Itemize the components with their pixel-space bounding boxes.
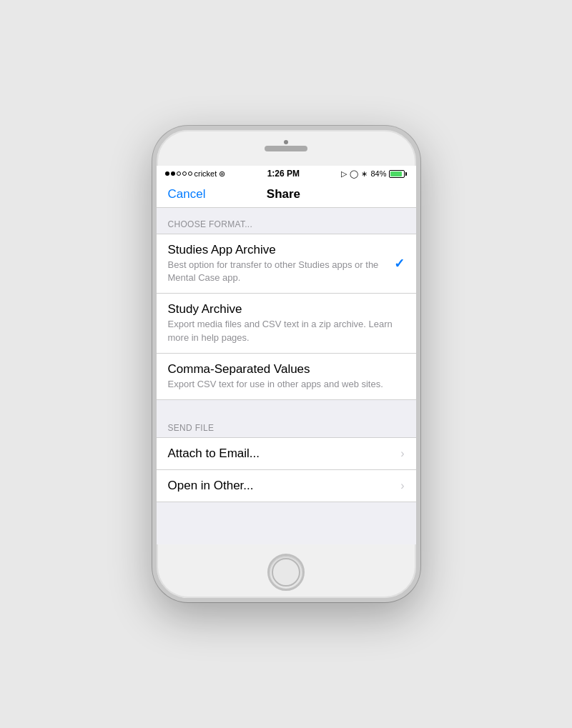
chevron-icon: ›	[400, 447, 404, 460]
battery-percent: 84%	[370, 169, 386, 178]
section-gap-1	[157, 400, 416, 412]
checkmark-icon: ✓	[394, 256, 405, 271]
list-item-study-archive[interactable]: Study Archive Export media files and CSV…	[157, 294, 416, 353]
volume-up-button	[152, 241, 153, 264]
signal-dot-2	[171, 171, 175, 176]
power-button	[420, 241, 420, 284]
list-item-content-study-archive: Study Archive Export media files and CSV…	[168, 302, 405, 344]
list-item-title-attach-email: Attach to Email...	[168, 447, 395, 461]
list-item-title-open-other: Open in Other...	[168, 479, 395, 493]
section-gap-2	[157, 502, 416, 514]
bluetooth-icon: ◯	[350, 169, 358, 179]
send-file-list: Attach to Email... › Open in Other... ›	[157, 437, 416, 502]
list-item-studies-archive[interactable]: Studies App Archive Best option for tran…	[157, 234, 416, 294]
phone-speaker	[265, 146, 307, 151]
phone-frame: cricket ⊛ 1:26 PM ▷ ◯ ∗ 84% Cancel Share	[152, 126, 420, 602]
status-right: ▷ ◯ ∗ 84%	[341, 169, 407, 179]
list-item-open-other[interactable]: Open in Other... ›	[157, 470, 416, 502]
battery-fill	[390, 171, 402, 176]
battery-icon	[389, 170, 407, 178]
signal-dot-1	[165, 171, 169, 176]
list-item-content-studies-archive: Studies App Archive Best option for tran…	[168, 243, 388, 284]
chevron-icon-2: ›	[400, 479, 404, 492]
battery-body	[389, 170, 405, 178]
status-time: 1:26 PM	[267, 169, 300, 179]
mute-button	[152, 209, 153, 231]
wifi-icon: ⊛	[219, 169, 225, 179]
nav-title: Share	[267, 187, 300, 201]
section-header-send-file: SEND FILE	[157, 412, 416, 437]
section-header-choose-format: CHOOSE FORMAT...	[157, 208, 416, 234]
list-item-subtitle-studies-archive: Best option for transfer to other Studie…	[168, 259, 388, 284]
navigation-bar: Cancel Share	[157, 181, 416, 208]
content-area: CHOOSE FORMAT... Studies App Archive Bes…	[157, 208, 416, 525]
home-button[interactable]	[267, 554, 305, 591]
status-left: cricket ⊛	[165, 169, 226, 179]
list-item-title-study-archive: Study Archive	[168, 302, 405, 316]
list-item-content-open-other: Open in Other...	[168, 479, 395, 493]
section-header-icloud: SHARE VIA ICLOUD	[157, 514, 416, 525]
list-item-subtitle-study-archive: Export media files and CSV text in a zip…	[168, 318, 405, 344]
list-item-attach-email[interactable]: Attach to Email... ›	[157, 438, 416, 470]
signal-dot-3	[177, 171, 181, 176]
carrier-name: cricket	[194, 169, 217, 178]
status-bar: cricket ⊛ 1:26 PM ▷ ◯ ∗ 84%	[157, 166, 416, 181]
signal-bars	[165, 171, 192, 176]
volume-down-button	[152, 273, 153, 296]
list-item-content-attach-email: Attach to Email...	[168, 447, 395, 461]
screen: cricket ⊛ 1:26 PM ▷ ◯ ∗ 84% Cancel Share	[157, 166, 416, 544]
signal-icon: ∗	[361, 169, 368, 179]
list-item-subtitle-csv: Export CSV text for use in other apps an…	[168, 378, 405, 391]
signal-dot-4	[182, 171, 187, 176]
list-item-content-csv: Comma-Separated Values Export CSV text f…	[168, 362, 405, 391]
cancel-button[interactable]: Cancel	[168, 187, 206, 201]
list-item-title-studies-archive: Studies App Archive	[168, 243, 388, 257]
choose-format-list: Studies App Archive Best option for tran…	[157, 234, 416, 400]
location-icon: ▷	[341, 169, 347, 179]
signal-dot-5	[188, 171, 192, 176]
list-item-title-csv: Comma-Separated Values	[168, 362, 405, 377]
list-item-csv[interactable]: Comma-Separated Values Export CSV text f…	[157, 354, 416, 399]
battery-tip	[405, 172, 407, 176]
